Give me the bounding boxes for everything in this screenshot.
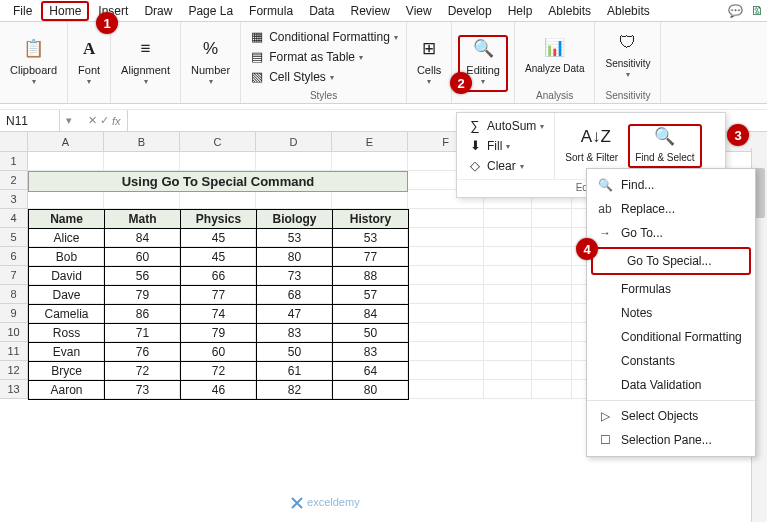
tab-pagelayout[interactable]: Page La	[181, 1, 240, 21]
column-header-D[interactable]: D	[256, 132, 332, 151]
table-header: Physics	[181, 210, 257, 229]
eraser-icon: ◇	[467, 158, 483, 174]
group-font: AFont▾	[68, 22, 111, 103]
goto-menu-item[interactable]: →Go To...	[587, 221, 755, 245]
constants-menu-item[interactable]: Constants	[587, 349, 755, 373]
font-button[interactable]: AFont▾	[74, 39, 104, 88]
enter-icon[interactable]: ✓	[100, 114, 109, 127]
column-header-B[interactable]: B	[104, 132, 180, 151]
table-row: Alice84455353	[29, 229, 409, 248]
sensitivity-group-label: Sensitivity	[601, 88, 654, 101]
select-objects-menu-item[interactable]: ▷Select Objects	[587, 404, 755, 428]
data-validation-menu-item[interactable]: Data Validation	[587, 373, 755, 397]
table-header: Name	[29, 210, 105, 229]
magnifier-icon: 🔍	[654, 129, 676, 151]
tab-review[interactable]: Review	[343, 1, 396, 21]
tab-developer[interactable]: Develop	[441, 1, 499, 21]
tab-ablebits2[interactable]: Ablebits	[600, 1, 657, 21]
find-select-button[interactable]: 🔍Find & Select	[631, 127, 698, 165]
group-clipboard: 📋Clipboard▾	[0, 22, 68, 103]
alignment-icon: ≡	[135, 41, 157, 63]
ribbon: 📋Clipboard▾ AFont▾ ≡Alignment▾ %Number▾ …	[0, 22, 767, 104]
data-table: NameMathPhysicsBiologyHistoryAlice844553…	[28, 209, 409, 400]
alignment-button[interactable]: ≡Alignment▾	[117, 39, 174, 88]
select-all-corner[interactable]	[0, 132, 28, 151]
analysis-group-label: Analysis	[521, 88, 588, 101]
analyze-data-button[interactable]: 📊Analyze Data	[521, 38, 588, 76]
column-header-E[interactable]: E	[332, 132, 408, 151]
callout-badge-2: 2	[450, 72, 472, 94]
tab-data[interactable]: Data	[302, 1, 341, 21]
row-header-8[interactable]: 8	[0, 285, 28, 304]
cellstyles-icon: ▧	[249, 69, 265, 85]
tab-help[interactable]: Help	[501, 1, 540, 21]
replace-menu-item[interactable]: abReplace...	[587, 197, 755, 221]
fill-button[interactable]: ⬇Fill ▾	[465, 137, 546, 155]
callout-badge-4: 4	[576, 238, 598, 260]
analyze-icon: 📊	[544, 40, 566, 62]
cancel-icon[interactable]: ✕	[88, 114, 97, 127]
group-sensitivity: 🛡Sensitivity▾ Sensitivity	[595, 22, 661, 103]
row-header-10[interactable]: 10	[0, 323, 28, 342]
format-as-table-button[interactable]: ▤Format as Table▾	[247, 48, 365, 66]
conditional-formatting-button[interactable]: ▦Conditional Formatting▾	[247, 28, 400, 46]
table-row: Camelia86744784	[29, 305, 409, 324]
selection-pane-menu-item[interactable]: ☐Selection Pane...	[587, 428, 755, 452]
namebox-dropdown-icon[interactable]: ▾	[66, 114, 72, 127]
table-header: History	[333, 210, 409, 229]
name-box[interactable]: N11	[0, 110, 60, 131]
row-header-4[interactable]: 4	[0, 209, 28, 228]
formulas-menu-item[interactable]: Formulas	[587, 277, 755, 301]
search-icon: 🔍	[472, 41, 494, 63]
cells-button[interactable]: ⊞Cells▾	[413, 39, 445, 88]
table-row: David56667388	[29, 267, 409, 286]
tab-view[interactable]: View	[399, 1, 439, 21]
row-header-13[interactable]: 13	[0, 380, 28, 399]
table-icon: ▤	[249, 49, 265, 65]
comments-icon[interactable]: 💬	[725, 2, 745, 20]
group-cells: ⊞Cells▾	[407, 22, 452, 103]
number-button[interactable]: %Number▾	[187, 39, 234, 88]
pointer-icon: ▷	[597, 408, 613, 424]
sensitivity-icon: 🛡	[617, 35, 639, 57]
pane-icon: ☐	[597, 432, 613, 448]
row-header-3[interactable]: 3	[0, 190, 28, 209]
row-header-1[interactable]: 1	[0, 152, 28, 171]
autosum-button[interactable]: ∑AutoSum ▾	[465, 117, 546, 135]
fx-buttons: ▾ ✕ ✓ fx	[60, 110, 128, 131]
row-header-11[interactable]: 11	[0, 342, 28, 361]
goto-special-menu-item[interactable]: Go To Special...	[593, 249, 749, 273]
fx-icon[interactable]: fx	[112, 115, 121, 127]
number-icon: %	[200, 41, 222, 63]
notes-menu-item[interactable]: Notes	[587, 301, 755, 325]
find-menu-item[interactable]: 🔍Find...	[587, 173, 755, 197]
tab-formulas[interactable]: Formula	[242, 1, 300, 21]
sort-filter-button[interactable]: A↓ZSort & Filter	[561, 127, 622, 165]
row-header-12[interactable]: 12	[0, 361, 28, 380]
tab-ablebits1[interactable]: Ablebits	[541, 1, 598, 21]
column-header-A[interactable]: A	[28, 132, 104, 151]
condfmt-menu-item[interactable]: Conditional Formatting	[587, 325, 755, 349]
sensitivity-button[interactable]: 🛡Sensitivity▾	[601, 33, 654, 81]
cell-styles-button[interactable]: ▧Cell Styles▾	[247, 68, 336, 86]
column-header-C[interactable]: C	[180, 132, 256, 151]
tab-file[interactable]: File	[6, 1, 39, 21]
group-styles: ▦Conditional Formatting▾ ▤Format as Tabl…	[241, 22, 407, 103]
group-analysis: 📊Analyze Data Analysis	[515, 22, 595, 103]
clear-button[interactable]: ◇Clear ▾	[465, 157, 546, 175]
row-header-9[interactable]: 9	[0, 304, 28, 323]
row-header-6[interactable]: 6	[0, 247, 28, 266]
table-header: Math	[105, 210, 181, 229]
share-icon[interactable]: 🖻	[747, 2, 767, 20]
tab-draw[interactable]: Draw	[137, 1, 179, 21]
row-header-2[interactable]: 2	[0, 171, 28, 190]
table-row: Evan76605083	[29, 343, 409, 362]
watermark: exceldemy	[290, 496, 360, 510]
table-row: Bob60458077	[29, 248, 409, 267]
row-header-5[interactable]: 5	[0, 228, 28, 247]
row-header-7[interactable]: 7	[0, 266, 28, 285]
tab-home[interactable]: Home	[41, 1, 89, 21]
clipboard-button[interactable]: 📋Clipboard▾	[6, 39, 61, 88]
table-row: Dave79776857	[29, 286, 409, 305]
find-select-menu: 🔍Find... abReplace... →Go To... Go To Sp…	[586, 168, 756, 457]
